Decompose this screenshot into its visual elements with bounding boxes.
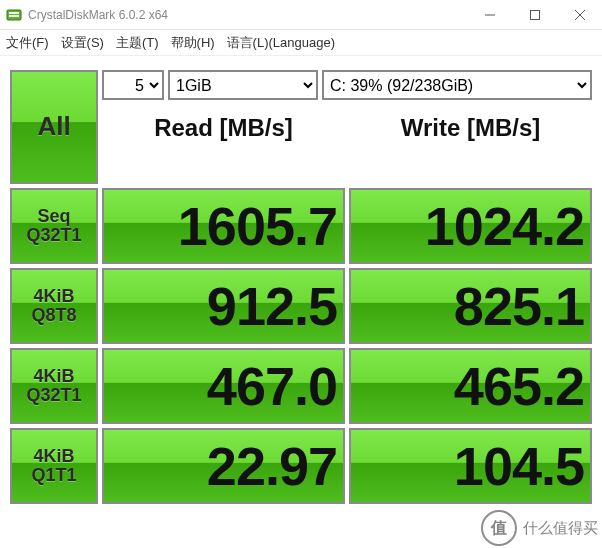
seq-label-1: Seq: [37, 207, 70, 226]
seq-label-2: Q32T1: [26, 226, 81, 245]
4kib-q32t1-label-1: 4KiB: [33, 367, 74, 386]
write-header: Write [MB/s]: [349, 108, 592, 148]
4kib-q8t8-label-1: 4KiB: [33, 287, 74, 306]
window-title: CrystalDiskMark 6.0.2 x64: [28, 8, 467, 22]
all-button[interactable]: All: [10, 70, 98, 184]
app-icon: [6, 7, 22, 23]
4kib-q8t8-read-value: 912.5: [102, 268, 345, 344]
titlebar: CrystalDiskMark 6.0.2 x64: [0, 0, 602, 30]
watermark-badge-icon: 值: [481, 510, 517, 546]
menubar: 文件(F) 设置(S) 主题(T) 帮助(H) 语言(L)(Language): [0, 30, 602, 56]
4kib-q1t1-read-value: 22.97: [102, 428, 345, 504]
read-header: Read [MB/s]: [102, 108, 345, 148]
window-controls: [467, 0, 602, 29]
4kib-q8t8-label-2: Q8T8: [31, 306, 76, 325]
4kib-q1t1-button[interactable]: 4KiB Q1T1: [10, 428, 98, 504]
svg-rect-4: [530, 10, 539, 19]
4kib-q8t8-button[interactable]: 4KiB Q8T8: [10, 268, 98, 344]
menu-help[interactable]: 帮助(H): [171, 34, 215, 52]
menu-language[interactable]: 语言(L)(Language): [227, 34, 335, 52]
maximize-button[interactable]: [512, 0, 557, 29]
drive-select[interactable]: C: 39% (92/238GiB): [322, 70, 592, 100]
seq-read-value: 1605.7: [102, 188, 345, 264]
seq-q32t1-button[interactable]: Seq Q32T1: [10, 188, 98, 264]
menu-settings[interactable]: 设置(S): [61, 34, 104, 52]
seq-write-value: 1024.2: [349, 188, 592, 264]
content-area: All 5 1GiB C: 39% (92/238GiB) Read [MB/s…: [0, 56, 602, 514]
svg-rect-1: [9, 12, 19, 14]
4kib-q32t1-label-2: Q32T1: [26, 386, 81, 405]
close-button[interactable]: [557, 0, 602, 29]
4kib-q32t1-button[interactable]: 4KiB Q32T1: [10, 348, 98, 424]
minimize-button[interactable]: [467, 0, 512, 29]
4kib-q8t8-write-value: 825.1: [349, 268, 592, 344]
runs-select[interactable]: 5: [102, 70, 164, 100]
close-icon: [575, 10, 585, 20]
test-size-select[interactable]: 1GiB: [168, 70, 318, 100]
svg-rect-2: [9, 15, 19, 17]
4kib-q1t1-label-2: Q1T1: [31, 466, 76, 485]
watermark: 值 什么值得买: [481, 510, 598, 546]
minimize-icon: [485, 10, 495, 20]
maximize-icon: [530, 10, 540, 20]
4kib-q32t1-read-value: 467.0: [102, 348, 345, 424]
4kib-q1t1-write-value: 104.5: [349, 428, 592, 504]
4kib-q1t1-label-1: 4KiB: [33, 447, 74, 466]
menu-file[interactable]: 文件(F): [6, 34, 49, 52]
4kib-q32t1-write-value: 465.2: [349, 348, 592, 424]
all-button-label: All: [37, 113, 70, 140]
watermark-text: 什么值得买: [523, 519, 598, 538]
menu-theme[interactable]: 主题(T): [116, 34, 159, 52]
